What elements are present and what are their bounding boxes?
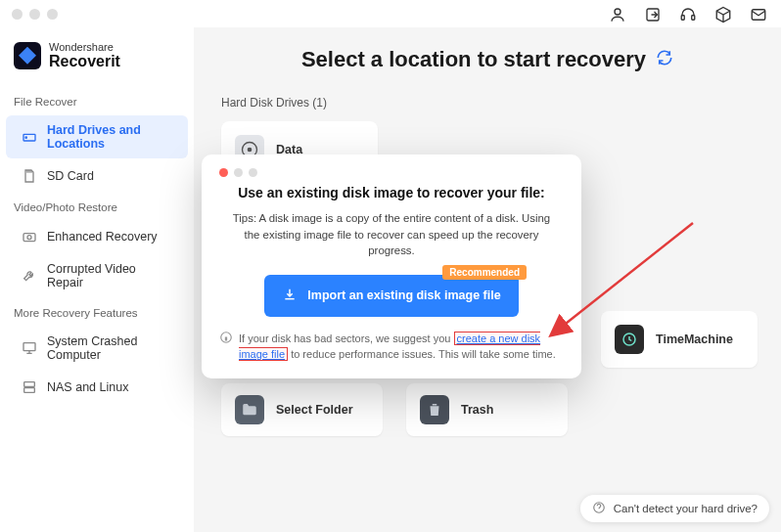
folder-icon: [235, 395, 264, 424]
svg-point-0: [615, 9, 620, 15]
export-icon[interactable]: [644, 6, 662, 23]
help-icon: [592, 501, 606, 516]
foot-pre: If your disk has bad sectors, we suggest…: [239, 332, 454, 344]
sidebar: Wondershare Recoverit File Recover Hard …: [0, 27, 194, 532]
server-icon: [22, 379, 37, 395]
wrench-icon: [22, 268, 37, 284]
close-window-icon[interactable]: [12, 9, 23, 20]
user-icon[interactable]: [609, 6, 626, 23]
sidebar-item-label: System Crashed Computer: [47, 334, 172, 362]
brand-top: Wondershare: [49, 41, 120, 53]
timemachine-icon: [615, 325, 644, 354]
trash-label: Trash: [461, 403, 493, 417]
help-pill-label: Can't detect your hard drive?: [614, 503, 758, 514]
refresh-icon[interactable]: [656, 49, 673, 70]
modal-tip: Tips: A disk image is a copy of the enti…: [219, 210, 564, 259]
brand: Wondershare Recoverit: [0, 35, 194, 88]
modal-min-icon: [234, 168, 243, 177]
import-disk-image-button[interactable]: Import an existing disk image file Recom…: [264, 275, 519, 317]
info-icon: [219, 331, 233, 363]
brand-logo-icon: [14, 42, 41, 69]
svg-rect-9: [23, 342, 35, 350]
svg-point-6: [25, 137, 26, 138]
timemachine-card[interactable]: TimeMachine: [601, 311, 758, 368]
svg-rect-3: [692, 16, 695, 21]
traffic-lights: [12, 9, 58, 20]
brand-text: Wondershare Recoverit: [49, 41, 120, 70]
sidebar-item-sd-card[interactable]: SD Card: [6, 160, 188, 192]
modal-max-icon: [249, 168, 257, 177]
topbar-actions: [609, 6, 767, 23]
timemachine-label: TimeMachine: [656, 332, 733, 346]
svg-point-8: [27, 235, 31, 239]
trash-icon: [420, 395, 449, 424]
svg-rect-7: [23, 233, 35, 241]
mail-icon[interactable]: [750, 6, 767, 23]
minimize-window-icon[interactable]: [29, 9, 40, 20]
modal-traffic-lights: [219, 168, 564, 177]
cube-icon[interactable]: [714, 6, 732, 23]
modal-foot-text: If your disk has bad sectors, we suggest…: [239, 331, 564, 363]
modal-footnote: If your disk has bad sectors, we suggest…: [219, 331, 564, 363]
quick-access-row: Select Folder Trash: [221, 383, 754, 436]
sidebar-item-label: Enhanced Recovery: [47, 230, 158, 244]
sidebar-item-hard-drives[interactable]: Hard Drives and Locations: [6, 115, 188, 158]
download-icon: [282, 287, 298, 305]
sidebar-item-label: Corrupted Video Repair: [47, 262, 172, 289]
modal-title: Use an existing disk image to recover yo…: [219, 185, 564, 200]
sidebar-item-enhanced[interactable]: Enhanced Recovery: [6, 221, 188, 252]
hdd-section-label: Hard Disk Drives (1): [221, 96, 754, 110]
sidebar-item-label: NAS and Linux: [47, 380, 128, 394]
select-folder-label: Select Folder: [276, 403, 353, 417]
headset-icon[interactable]: [679, 6, 697, 23]
camera-icon: [22, 229, 37, 244]
trash-card[interactable]: Trash: [406, 383, 568, 436]
svg-rect-2: [681, 16, 684, 21]
disk-image-modal: Use an existing disk image to recover yo…: [202, 155, 581, 378]
recommended-tag: Recommended: [442, 265, 527, 280]
modal-close-icon[interactable]: [219, 168, 228, 177]
section-more: More Recovery Features: [0, 299, 194, 325]
sidebar-item-label: SD Card: [47, 169, 94, 183]
section-video-photo: Video/Photo Restore: [0, 194, 194, 219]
svg-rect-10: [24, 381, 35, 386]
section-file-recover: File Recover: [0, 88, 194, 113]
sidebar-item-corrupted[interactable]: Corrupted Video Repair: [6, 254, 188, 297]
page-title: Select a location to start recovery: [301, 47, 646, 72]
sidebar-item-nas[interactable]: NAS and Linux: [6, 372, 188, 403]
foot-post: to reduce performance issues. This will …: [288, 348, 556, 360]
page-title-row: Select a location to start recovery: [221, 47, 754, 72]
brand-name: Recoverit: [49, 53, 120, 70]
help-pill[interactable]: Can't detect your hard drive?: [580, 495, 769, 522]
svg-rect-11: [24, 387, 35, 392]
sd-icon: [22, 168, 37, 184]
sidebar-item-label: Hard Drives and Locations: [47, 123, 172, 151]
svg-point-13: [248, 148, 251, 151]
drive-icon: [22, 129, 37, 145]
maximize-window-icon[interactable]: [47, 9, 58, 20]
sidebar-item-crashed[interactable]: System Crashed Computer: [6, 327, 188, 370]
import-button-label: Import an existing disk image file: [307, 288, 500, 302]
select-folder-card[interactable]: Select Folder: [221, 383, 383, 436]
monitor-icon: [22, 340, 37, 356]
